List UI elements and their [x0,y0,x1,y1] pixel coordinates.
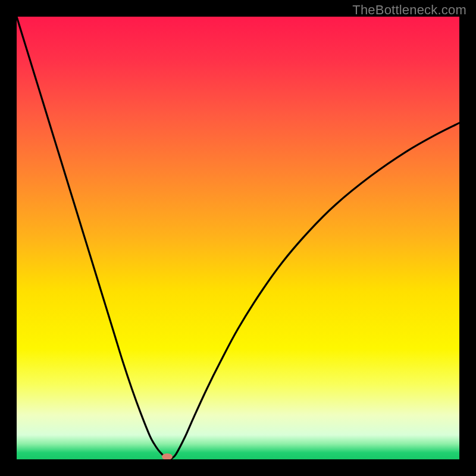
gradient-background [17,17,459,459]
chart-frame: TheBottleneck.com [0,0,476,476]
chart-svg [17,17,459,459]
watermark-text: TheBottleneck.com [352,2,466,18]
plot-area [17,17,459,459]
